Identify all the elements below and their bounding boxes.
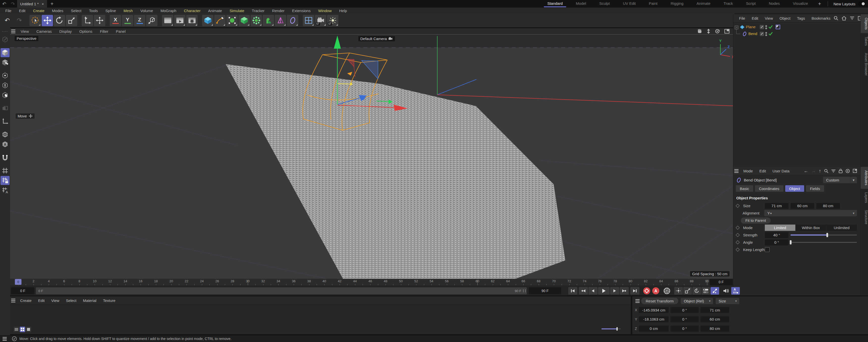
enabled-check-icon[interactable] (768, 25, 773, 29)
size-y-field[interactable]: 60 cm (701, 316, 729, 322)
document-tab[interactable]: Untitled 1 * × (17, 0, 47, 7)
mode-option[interactable]: Within Box (796, 225, 826, 231)
menu-item[interactable]: Character (180, 8, 205, 13)
enable-axis-button[interactable] (0, 117, 9, 126)
visibility-dots[interactable] (765, 25, 767, 30)
menu-item[interactable]: Simulate (226, 8, 248, 13)
goto-start-button[interactable] (568, 287, 577, 295)
material-menu-item[interactable]: Create (17, 298, 35, 303)
mograph-button[interactable] (251, 15, 262, 26)
goto-end-button[interactable] (630, 287, 640, 295)
back-icon[interactable]: ← (804, 168, 808, 174)
coordinate-system-button[interactable] (146, 15, 157, 26)
strength-slider[interactable] (790, 232, 857, 238)
filter-icon[interactable] (831, 169, 836, 173)
light-st-button[interactable]: ST (327, 15, 338, 26)
attribute-menu-item[interactable]: User Data (769, 169, 793, 173)
record-parameters-button[interactable] (702, 287, 710, 295)
side-tab[interactable]: Layers (861, 189, 868, 206)
material-menu-item[interactable]: View (48, 298, 63, 303)
add-layout-button[interactable]: + (814, 1, 825, 7)
render-view-button[interactable] (162, 15, 173, 26)
viewport-layout-button[interactable] (303, 15, 314, 26)
layout-tab[interactable]: UV Edit (616, 0, 643, 7)
attribute-tab[interactable]: Coordinates (755, 185, 783, 192)
view-label[interactable]: Perspective (14, 36, 38, 41)
object-name[interactable]: Bend (748, 32, 757, 36)
keying-settings-button[interactable] (662, 287, 671, 295)
move-tool[interactable] (42, 15, 53, 26)
viewport-menu-item[interactable]: Display (56, 29, 75, 34)
tweak-mode-button[interactable] (0, 104, 9, 113)
filter-icon[interactable] (850, 16, 855, 20)
redo-icon[interactable]: ↷ (8, 1, 17, 7)
quantize-button[interactable]: A (0, 186, 9, 195)
points-mode-button[interactable] (0, 71, 9, 80)
key-diamond-icon[interactable] (736, 226, 740, 230)
prev-key-button[interactable] (579, 287, 588, 295)
position-z-field[interactable]: 0 cm (639, 326, 669, 332)
position-y-field[interactable]: -18.1063 cm (639, 316, 669, 322)
menu-item[interactable]: Mesh (120, 8, 137, 13)
record-rotation-button[interactable] (692, 287, 701, 295)
position-x-field[interactable]: -145.0934 cm (639, 307, 669, 313)
viewport-menu-item[interactable]: View (17, 29, 33, 34)
last-tool[interactable] (82, 15, 93, 26)
key-diamond-icon[interactable] (736, 233, 740, 237)
visibility-dots[interactable] (765, 32, 767, 37)
attribute-menu-icon[interactable] (734, 169, 739, 170)
alignment-dropdown[interactable]: Y+ ▼ (764, 210, 857, 216)
object-manager-menu-item[interactable]: View (762, 16, 776, 21)
side-tab[interactable]: Structure (861, 206, 868, 228)
spline-primitives-button[interactable] (226, 15, 238, 26)
object-row-plane[interactable]: − Plane (733, 24, 861, 31)
side-tab[interactable]: Takes (861, 33, 868, 49)
viewport-3d[interactable]: Y X Z (10, 34, 733, 279)
frame-ruler[interactable]: 0 24681012141618202224262830323436384042… (10, 279, 733, 285)
start-frame-field[interactable]: 0 F (11, 287, 34, 294)
viewport-menu-item[interactable]: Filter (96, 29, 112, 34)
next-key-button[interactable] (620, 287, 629, 295)
redo-button[interactable]: ↷ (13, 15, 25, 26)
viewport-solo-button[interactable] (0, 130, 9, 139)
record-position-button[interactable] (674, 287, 683, 295)
coordinate-size-dropdown[interactable]: Size ▼ (716, 298, 739, 304)
orbit-icon[interactable] (715, 29, 720, 34)
deformers-button[interactable] (263, 15, 274, 26)
render-settings-button[interactable] (186, 15, 197, 26)
layout-tab[interactable]: Standard (541, 0, 569, 7)
layout-tab[interactable]: Model (569, 0, 593, 7)
keep-length-checkbox[interactable] (765, 247, 770, 252)
edit-enable-toggle[interactable] (760, 32, 764, 36)
free-move-tool[interactable] (94, 15, 105, 26)
layout-tab[interactable]: Track (717, 0, 740, 7)
layout-tab[interactable]: Visualize (786, 0, 814, 7)
material-menu-icon[interactable] (11, 299, 16, 299)
texture-mode-button[interactable] (0, 58, 9, 67)
side-tab[interactable]: Attributes (861, 167, 868, 189)
menu-item[interactable]: Animate (205, 8, 226, 13)
preview-size-slider[interactable] (601, 327, 621, 331)
material-menu-item[interactable]: Material (80, 298, 100, 303)
next-frame-button[interactable] (610, 287, 619, 295)
key-diamond-icon[interactable] (736, 240, 740, 244)
axis-lock-button[interactable]: X (110, 15, 121, 26)
size-x-field[interactable]: 71 cm (701, 307, 729, 313)
menu-item[interactable]: Tools (85, 8, 102, 13)
prev-frame-button[interactable] (588, 287, 597, 295)
play-button[interactable] (598, 287, 610, 295)
dolly-icon[interactable] (707, 29, 710, 34)
layout-tab[interactable]: Animate (690, 0, 717, 7)
viewport-menu-icon[interactable] (11, 30, 16, 30)
current-time-field[interactable]: 0 F (710, 279, 733, 285)
key-diamond-icon[interactable] (736, 248, 740, 252)
strength-field[interactable]: 40 ° (765, 232, 788, 238)
preset-dropdown[interactable]: Custom ▼ (823, 177, 857, 183)
menu-item[interactable]: Help (335, 8, 351, 13)
axis-lock-button[interactable]: Z (134, 15, 145, 26)
pan-hand-icon[interactable] (697, 29, 702, 34)
material-menu-item[interactable]: Texture (100, 298, 119, 303)
fit-to-parent-button[interactable]: Fit to Parent (741, 217, 771, 224)
add-cube-button[interactable] (202, 15, 214, 26)
rotation-p-field[interactable]: 0 ° (671, 316, 699, 322)
